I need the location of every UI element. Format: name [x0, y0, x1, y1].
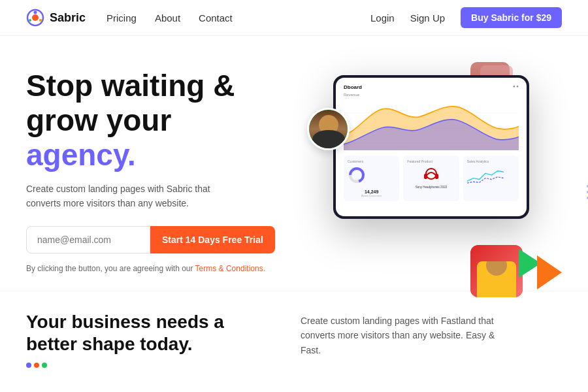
chart-area: [344, 98, 519, 150]
email-input[interactable]: [26, 226, 150, 253]
nav-links: Pricing About Contact: [106, 12, 233, 24]
hero-description: Create custom landing pages with Sabric …: [26, 182, 222, 211]
terms-link[interactable]: Terms & Conditions.: [195, 264, 265, 273]
trial-button[interactable]: Start 14 Days Free Trial: [150, 226, 275, 253]
tablet-rev-label: Revenue: [344, 93, 519, 97]
bottom-title: Your business needs a better shape today…: [26, 311, 287, 355]
hero-section: Stop waiting & grow your agency. Create …: [0, 36, 588, 291]
avatar: [307, 108, 350, 150]
tablet-screen: Dboard ● ● Revenue: [336, 78, 527, 216]
buy-button[interactable]: Buy Sabric for $29: [461, 7, 562, 28]
svg-point-2: [34, 11, 37, 14]
hero-left: Stop waiting & grow your agency. Create …: [26, 62, 301, 274]
hero-title: Stop waiting & grow your agency.: [26, 69, 301, 172]
hero-illustration: Dboard ● ● Revenue: [314, 62, 562, 310]
email-form: Start 14 Days Free Trial: [26, 226, 301, 253]
svg-point-3: [39, 19, 42, 22]
bottom-dot-1: [26, 363, 31, 368]
nav-contact[interactable]: Contact: [199, 12, 233, 24]
nav-left: Sabric Pricing About Contact: [26, 8, 233, 27]
brand-name: Sabric: [50, 11, 86, 25]
tablet-card-analytics: Sales Analytics: [463, 155, 519, 201]
tablet-card-customers: Customers 14,249 Active Customers: [344, 155, 399, 201]
tablet-cards: Customers 14,249 Active Customers Featur…: [344, 155, 519, 201]
nav-right: Login Sign Up Buy Sabric for $29: [370, 7, 562, 28]
svg-point-4: [29, 19, 31, 22]
nav-about[interactable]: About: [155, 12, 180, 24]
orange-triangle-icon: [537, 255, 562, 289]
navbar: Sabric Pricing About Contact Login Sign …: [0, 0, 588, 36]
bottom-dots: [26, 363, 287, 368]
person-bg: [470, 245, 523, 297]
tablet-card-product: Featured Product Sony Headphones 2022: [403, 155, 459, 201]
bottom-left: Your business needs a better shape today…: [26, 311, 287, 368]
tablet-mockup: Dboard ● ● Revenue: [333, 75, 529, 219]
nav-pricing[interactable]: Pricing: [106, 12, 137, 24]
bottom-dot-3: [42, 363, 47, 368]
logo-icon: [26, 8, 44, 27]
login-link[interactable]: Login: [370, 12, 395, 24]
bottom-right: Create custom landing pages with Fastlan…: [287, 311, 562, 357]
bottom-dot-2: [34, 363, 39, 368]
person-image: [470, 245, 523, 297]
tablet-title: Dboard ● ●: [344, 84, 519, 90]
terms-text: By clicking the button, you are agreeing…: [26, 263, 301, 274]
svg-point-1: [32, 14, 39, 21]
hero-title-accent: agency.: [26, 138, 136, 172]
bottom-description: Create custom landing pages with Fastlan…: [301, 314, 497, 357]
signup-link[interactable]: Sign Up: [410, 12, 445, 24]
logo: Sabric: [26, 8, 86, 27]
